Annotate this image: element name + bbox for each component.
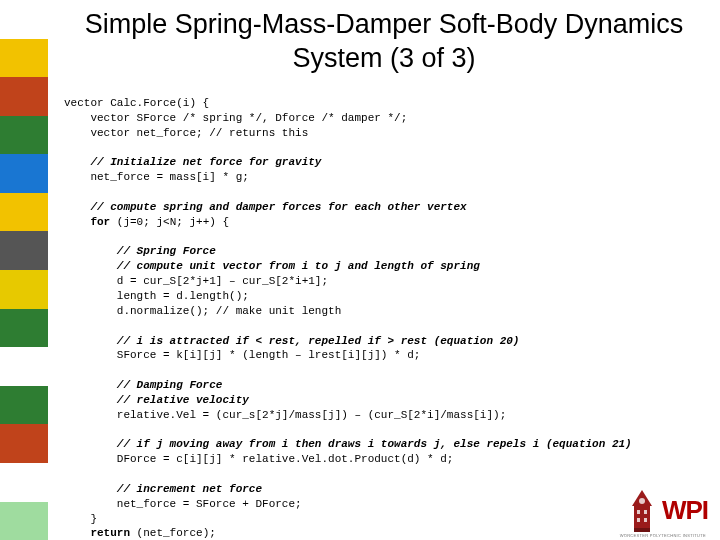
code-comment: // Damping Force xyxy=(64,379,222,391)
code-line: d.normalize(); // make unit length xyxy=(64,305,341,317)
code-comment: // increment net force xyxy=(64,483,262,495)
code-comment: // Spring Force xyxy=(64,245,216,257)
decorative-sidebar xyxy=(0,0,48,540)
tower-icon xyxy=(628,488,656,532)
svg-rect-3 xyxy=(637,510,640,514)
svg-rect-0 xyxy=(634,506,650,530)
sidebar-seg xyxy=(0,463,48,502)
sidebar-seg xyxy=(0,231,48,270)
code-comment: // i is attracted if < rest, repelled if… xyxy=(64,335,519,347)
sidebar-seg xyxy=(0,193,48,232)
svg-point-7 xyxy=(639,498,645,504)
code-line: vector SForce /* spring */, Dforce /* da… xyxy=(64,112,407,124)
code-comment: // Initialize net force for gravity xyxy=(64,156,321,168)
sidebar-seg xyxy=(0,502,48,540)
sidebar-seg xyxy=(0,116,48,155)
svg-rect-1 xyxy=(634,528,650,532)
sidebar-seg xyxy=(0,77,48,116)
code-comment: // compute unit vector from i to j and l… xyxy=(64,260,480,272)
sidebar-seg xyxy=(0,309,48,348)
slide-title: Simple Spring-Mass-Damper Soft-Body Dyna… xyxy=(48,8,720,76)
sidebar-seg xyxy=(0,386,48,425)
svg-rect-5 xyxy=(637,518,640,522)
sidebar-seg xyxy=(0,154,48,193)
sidebar-seg xyxy=(0,424,48,463)
logo-subtext: WORCESTER POLYTECHNIC INSTITUTE xyxy=(620,533,706,538)
code-line: } xyxy=(64,513,97,525)
code-line: net_force = SForce + DForce; xyxy=(64,498,302,510)
code-line: relative.Vel = (cur_s[2*j]/mass[j]) – (c… xyxy=(64,409,506,421)
code-line: length = d.length(); xyxy=(64,290,249,302)
code-line: SForce = k[i][j] * (length – lrest[i][j]… xyxy=(64,349,420,361)
code-line: vector net_force; // returns this xyxy=(64,127,308,139)
svg-rect-6 xyxy=(644,518,647,522)
code-comment: // relative velocity xyxy=(64,394,249,406)
svg-rect-4 xyxy=(644,510,647,514)
wpi-logo: WPI xyxy=(628,488,708,532)
code-line: vector Calc.Force(i) { xyxy=(64,97,209,109)
code-line: d = cur_S[2*j+1] – cur_S[2*i+1]; xyxy=(64,275,328,287)
sidebar-seg xyxy=(0,270,48,309)
sidebar-seg xyxy=(0,347,48,386)
code-block: vector Calc.Force(i) { vector SForce /* … xyxy=(64,96,704,540)
code-line: DForce = c[i][j] * relative.Vel.dot.Prod… xyxy=(64,453,453,465)
code-line: return (net_force); xyxy=(64,527,216,539)
sidebar-seg xyxy=(0,0,48,39)
sidebar-seg xyxy=(0,39,48,78)
code-line: net_force = mass[i] * g; xyxy=(64,171,249,183)
code-comment: // if j moving away from i then draws i … xyxy=(64,438,632,450)
code-line: for (j=0; j<N; j++) { xyxy=(64,216,229,228)
logo-text: WPI xyxy=(662,495,708,526)
code-comment: // compute spring and damper forces for … xyxy=(64,201,467,213)
